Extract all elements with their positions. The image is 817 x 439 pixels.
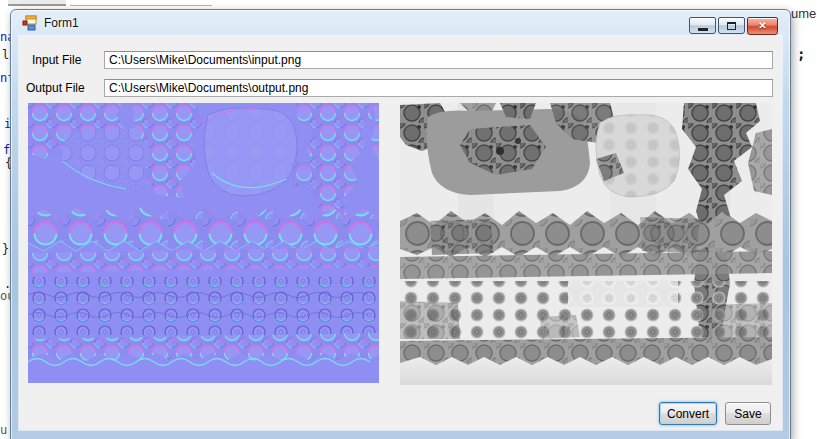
output-file-label: Output File bbox=[26, 81, 85, 95]
title-bar[interactable]: Form1 ✕ bbox=[11, 10, 790, 36]
minimize-button[interactable] bbox=[689, 17, 716, 34]
form-client-area: Input File Output File bbox=[19, 36, 782, 430]
input-file-label: Input File bbox=[32, 53, 81, 67]
window-title: Form1 bbox=[44, 16, 79, 30]
background-panel-edge bbox=[8, 0, 66, 6]
form-icon bbox=[22, 15, 38, 31]
form1-window: Form1 ✕ Input File Output File bbox=[10, 9, 791, 439]
heightmap-preview bbox=[400, 103, 772, 385]
close-button[interactable]: ✕ bbox=[747, 17, 778, 35]
save-button[interactable]: Save bbox=[725, 402, 771, 425]
convert-button[interactable]: Convert bbox=[659, 402, 717, 425]
minimize-icon bbox=[698, 28, 708, 31]
close-icon: ✕ bbox=[758, 21, 766, 31]
code-fragment: } bbox=[2, 243, 9, 255]
normal-map-preview bbox=[28, 103, 379, 383]
code-fragment: u bbox=[0, 424, 7, 436]
background-panel-edge bbox=[70, 0, 212, 6]
caption-buttons: ✕ bbox=[689, 17, 778, 35]
output-file-field[interactable] bbox=[104, 79, 773, 97]
background-window-text: ume bbox=[791, 6, 816, 21]
code-fragment: l bbox=[2, 49, 9, 61]
input-file-field[interactable] bbox=[104, 51, 773, 69]
maximize-button[interactable] bbox=[718, 17, 745, 34]
maximize-icon bbox=[727, 22, 736, 30]
code-fragment: ; bbox=[797, 48, 805, 60]
